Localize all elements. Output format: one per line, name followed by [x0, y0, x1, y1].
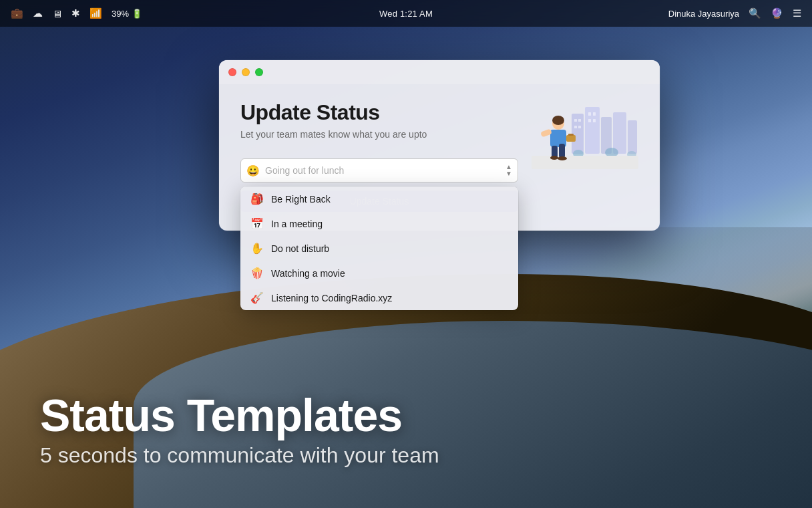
status-input-wrapper[interactable]: 😀 Going out for lunch ▲ ▼	[240, 158, 518, 182]
bottom-subtitle: 5 seconds to communicate with your team	[40, 443, 772, 468]
dropdown-item-emoji: 📅	[250, 217, 264, 230]
window-titlebar	[219, 60, 660, 84]
finder-icon: 🖥	[52, 8, 62, 19]
battery-status: 39% 🔋	[112, 9, 142, 19]
window-left-panel: Update Status Let your team mates know w…	[240, 100, 518, 212]
status-input-container: 😀 Going out for lunch ▲ ▼ 🎒Be Right Back…	[240, 158, 518, 182]
svg-rect-4	[628, 120, 637, 154]
dropdown-item-emoji: ✋	[250, 242, 264, 255]
dropdown-item-text: In a meeting	[271, 219, 509, 229]
wifi-icon: 📶	[89, 7, 102, 19]
svg-rect-3	[613, 112, 626, 154]
dropdown-item[interactable]: 🍿Watching a movie	[240, 261, 518, 285]
dropdown-item[interactable]: 🎸Listening to CodingRadio.xyz	[240, 285, 518, 310]
svg-rect-26	[568, 134, 574, 136]
status-emoji: 😀	[246, 164, 260, 177]
svg-rect-25	[566, 135, 576, 142]
dropdown-item[interactable]: 🎒Be Right Back	[240, 186, 518, 211]
menubar-right: Dinuka Jayasuriya 🔍 🔮 ☰	[668, 7, 801, 19]
dropdown-item-emoji: 🍿	[250, 267, 264, 279]
bottom-title: Status Templates	[40, 390, 772, 440]
svg-rect-9	[588, 112, 591, 116]
dropdown-arrows: ▲ ▼	[505, 164, 512, 177]
bottom-overlay: Status Templates 5 seconds to communicat…	[0, 390, 812, 468]
maximize-button[interactable]	[255, 68, 263, 76]
dropdown-item-text: Be Right Back	[271, 194, 509, 205]
svg-rect-5	[574, 119, 577, 122]
close-button[interactable]	[228, 68, 236, 76]
svg-point-23	[558, 156, 567, 160]
menubar: 💼 ☁ 🖥 ✱ 📶 39% 🔋 Wed 1:21 AM Dinuka Jayas…	[0, 0, 812, 27]
window-content: Update Status Let your team mates know w…	[219, 84, 660, 231]
svg-point-22	[550, 156, 558, 160]
dropdown-item[interactable]: 📅In a meeting	[240, 211, 518, 236]
app-window: Update Status Let your team mates know w…	[219, 60, 660, 231]
svg-rect-0	[572, 114, 584, 154]
dropdown-item-text: Listening to CodingRadio.xyz	[271, 293, 509, 303]
dropdown-item-emoji: 🎒	[250, 193, 264, 205]
briefcase-icon: 💼	[11, 7, 23, 19]
dropdown-item-emoji: 🎸	[250, 291, 264, 304]
menubar-clock: Wed 1:21 AM	[379, 9, 433, 19]
svg-rect-21	[559, 144, 565, 158]
svg-rect-6	[578, 119, 581, 122]
window-title: Update Status	[240, 100, 518, 125]
svg-rect-16	[532, 156, 638, 169]
window-illustration	[532, 94, 638, 180]
svg-rect-7	[574, 126, 577, 128]
status-placeholder: Going out for lunch	[265, 165, 505, 176]
spotlight-icon[interactable]: 🔍	[749, 7, 761, 19]
svg-rect-11	[588, 119, 591, 122]
dropdown-item[interactable]: ✋Do not disturb	[240, 236, 518, 261]
menubar-left: 💼 ☁ 🖥 ✱ 📶 39% 🔋	[11, 7, 142, 19]
svg-point-14	[605, 148, 618, 157]
siri-icon[interactable]: 🔮	[771, 7, 783, 19]
minimize-button[interactable]	[242, 68, 250, 76]
svg-rect-8	[578, 126, 581, 128]
svg-point-18	[552, 116, 564, 125]
svg-rect-1	[585, 107, 600, 154]
svg-rect-12	[593, 119, 596, 122]
window-subtitle: Let your team mates know what you are up…	[240, 129, 518, 140]
creative-cloud-icon: ☁	[33, 7, 43, 19]
dropdown-item-text: Watching a movie	[271, 268, 509, 279]
dropdown-item-text: Do not disturb	[271, 243, 509, 254]
bluetooth-icon: ✱	[71, 7, 80, 19]
svg-rect-10	[593, 112, 596, 116]
status-dropdown: 🎒Be Right Back📅In a meeting✋Do not distu…	[240, 186, 518, 310]
control-center-icon[interactable]: ☰	[793, 7, 801, 19]
menubar-username[interactable]: Dinuka Jayasuriya	[668, 9, 739, 19]
